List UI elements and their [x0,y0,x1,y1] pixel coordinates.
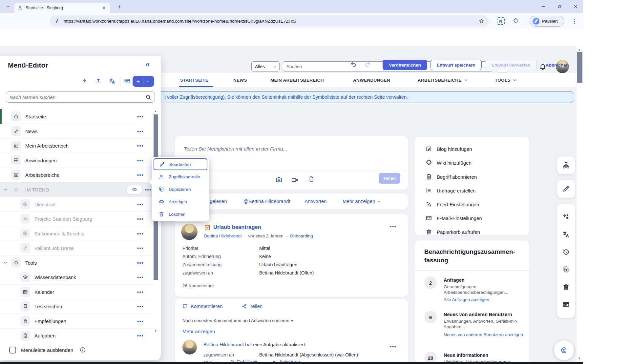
item-overflow-button[interactable]: ••• [137,129,144,134]
page-structure-tool[interactable] [557,156,575,174]
activity-author-link[interactable]: Bettina Hildebrandt [203,342,244,347]
add-blog-button[interactable]: Blog hinzufügen [426,146,472,152]
menu-add-split-button[interactable] [133,76,154,87]
trash-icon[interactable] [562,283,570,291]
menu-item-wissensdatenbank[interactable]: Wissensdatenbank••• [0,270,153,285]
assistant-button[interactable] [554,340,575,361]
tab-mein-arbeitsbereich[interactable]: MEIN ARBEITSBEREICH [270,73,324,87]
menu-search-field[interactable] [6,91,155,103]
item-overflow-button[interactable]: ••• [137,172,144,178]
window-minimize-button[interactable] [537,3,549,10]
panel-scroll-up[interactable]: ▲ [154,110,157,113]
menu-item-tools[interactable]: Tools ••• [0,255,153,270]
translate-icon[interactable] [562,231,570,238]
menu-item-im-trend[interactable]: IM TREND ••• [0,182,161,197]
new-tab-button[interactable] [116,3,123,10]
menu-item-anwendungen[interactable]: Anwendungen••• [0,153,153,168]
tab-close-icon[interactable] [101,5,107,11]
item-overflow-button[interactable]: ••• [137,318,144,324]
copy-icon[interactable] [562,266,570,273]
share-post-button[interactable]: Teilen [242,303,262,309]
expand-chevron-icon[interactable] [3,187,8,192]
item-overflow-button[interactable]: ••• [137,216,144,222]
subscribe-term-button[interactable]: Begriff abonnieren [426,173,477,180]
item-overflow-button[interactable]: ••• [137,231,144,236]
panel-scrollbar[interactable]: ▲ ▼ [154,109,158,335]
menu-item-lesezeichen[interactable]: Lesezeichen••• [0,299,153,314]
post-title[interactable]: Urlaub beantragen [213,224,261,230]
page-scrollbar[interactable]: ▲ ▼ [577,46,583,362]
comment-button[interactable]: Kommentieren [182,303,223,309]
bookmark-star-icon[interactable] [478,18,484,24]
tab-news[interactable]: NEWS [233,73,247,87]
context-access-control[interactable]: Zugriffskontrolle [154,171,207,183]
feed-settings-button[interactable]: Feed-Einstellungen [426,201,479,208]
undo-button[interactable] [350,61,358,68]
publish-button[interactable]: Veröffentlichen [383,60,427,70]
info-icon[interactable] [79,347,86,353]
create-survey-button[interactable]: Umfrage erstellen [426,187,475,194]
item-overflow-button[interactable]: ••• [145,187,152,192]
collapse-panel-button[interactable]: « [146,60,150,69]
email-settings-button[interactable]: E-Mail-Einstellungen [426,215,482,221]
menu-item-dienstrad[interactable]: Dienstrad••• [0,197,153,212]
menu-translate-button[interactable] [109,78,116,84]
sync-paused-button[interactable]: Pausiert [530,16,564,27]
menu-download-button[interactable] [81,78,88,84]
scrollbar-thumb[interactable] [577,52,582,83]
redo-button[interactable] [364,61,371,68]
menu-item-vaillant-job-boerse[interactable]: Vaillant Job Börse••• [0,241,153,255]
edit-page-tool[interactable] [557,180,575,198]
scroll-up-arrow[interactable]: ▲ [578,48,581,51]
panel-scroll-down[interactable]: ▼ [154,330,157,333]
history-icon[interactable] [562,248,570,255]
extensions-puzzle-icon[interactable] [512,17,520,25]
more-dropdown[interactable]: Mehr anzeigen [343,198,381,204]
tab-search-button[interactable] [3,3,12,10]
context-edit[interactable]: Bearbeiten [154,158,207,170]
context-show[interactable]: Anzeigen [154,196,207,208]
attach-file-button[interactable] [308,176,315,182]
item-overflow-button[interactable]: ••• [137,304,144,309]
expand-chevron-icon[interactable] [3,260,8,265]
item-overflow-button[interactable]: ••• [137,114,144,119]
menu-item-mein-arbeitsbereich[interactable]: Mein Arbeitsbereich••• [0,138,153,153]
cards-icon[interactable] [562,301,570,308]
menu-upload-button[interactable] [95,78,102,84]
add-wiki-button[interactable]: Wiki hinzufügen [426,159,472,166]
menu-item-aufgaben[interactable]: Aufgaben••• [0,328,153,343]
hide-menubar-checkbox[interactable] [9,347,16,354]
search-scope-select[interactable]: Alles [251,61,280,71]
tab-anwendungen[interactable]: ANWENDUNGEN [353,73,390,87]
scroll-down-arrow[interactable]: ▼ [578,357,581,360]
activity-avatar[interactable] [182,340,197,354]
window-restore-button[interactable] [554,3,566,10]
tab-arbeitsbereiche[interactable]: ARBEITSBEREICHE [418,73,468,87]
share-button[interactable]: Teilen [379,173,400,184]
item-overflow-button[interactable]: ••• [137,143,144,149]
menu-item-einkommen-benefits[interactable]: Einkommen & Benefits••• [0,226,153,241]
open-trash-button[interactable]: Papierkorb aufrufen [426,229,480,235]
composer-input[interactable]: Teilen Sie Neuigkeiten mit allen in der … [184,146,287,152]
item-overflow-button[interactable]: ••• [137,333,144,338]
menu-item-arbeitsbereiche[interactable]: Arbeitsbereiche••• [0,168,153,182]
post-author-avatar[interactable] [181,224,198,240]
mark-read-link[interactable]: gelesen [210,198,227,204]
site-info-icon[interactable] [54,18,60,24]
item-overflow-button[interactable]: ••• [137,202,144,207]
post-category-link[interactable]: Onboarding [290,233,313,238]
reply-link[interactable]: Antworten [304,198,327,204]
browser-tab[interactable]: Startseite - Siegburg [14,3,110,13]
post-overflow-button[interactable]: ••• [390,224,396,229]
context-delete[interactable]: Löschen [154,208,207,220]
menu-item-news[interactable]: News••• [0,124,153,139]
discard-draft-button[interactable]: Entwurf verwerfen [485,60,537,70]
tab-startseite[interactable]: STARTSEITE [180,73,208,87]
visibility-eye-button[interactable] [127,185,142,194]
item-overflow-button[interactable]: ••• [137,274,144,280]
sort-dropdown[interactable]: Nach neuesten Kommentaren und Antworten … [182,318,293,323]
context-duplicate[interactable]: Duplizieren [154,183,207,195]
item-overflow-button[interactable]: ••• [137,260,144,266]
item-overflow-button[interactable]: ••• [137,289,144,295]
item-overflow-button[interactable]: ••• [137,158,144,163]
